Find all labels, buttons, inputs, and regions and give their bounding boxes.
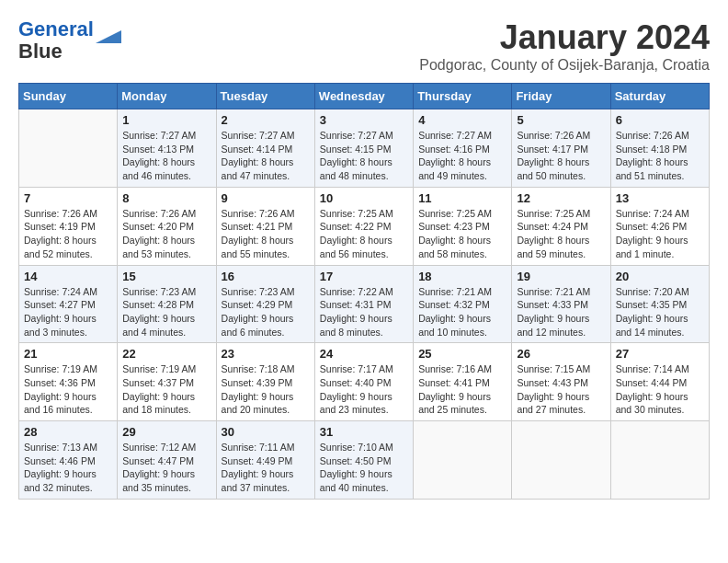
day-number: 30 <box>222 425 310 439</box>
logo: General Blue <box>18 18 121 63</box>
calendar-cell: 15Sunrise: 7:23 AMSunset: 4:28 PMDayligh… <box>118 265 216 343</box>
calendar-cell: 21Sunrise: 7:19 AMSunset: 4:36 PMDayligh… <box>19 343 118 421</box>
day-number: 13 <box>616 191 704 205</box>
day-info: Sunrise: 7:26 AMSunset: 4:19 PMDaylight:… <box>24 207 112 261</box>
calendar-cell: 4Sunrise: 7:27 AMSunset: 4:16 PMDaylight… <box>414 109 512 188</box>
day-info: Sunrise: 7:22 AMSunset: 4:31 PMDaylight:… <box>320 285 408 339</box>
day-info: Sunrise: 7:17 AMSunset: 4:40 PMDaylight:… <box>320 362 408 417</box>
day-info: Sunrise: 7:25 AMSunset: 4:24 PMDaylight:… <box>517 207 605 261</box>
day-info: Sunrise: 7:19 AMSunset: 4:36 PMDaylight:… <box>24 362 112 417</box>
day-info: Sunrise: 7:20 AMSunset: 4:35 PMDaylight:… <box>616 285 704 339</box>
day-number: 20 <box>616 270 704 283</box>
calendar-cell: 2Sunrise: 7:27 AMSunset: 4:14 PMDaylight… <box>216 109 314 188</box>
day-number: 26 <box>517 347 605 361</box>
calendar-cell: 13Sunrise: 7:24 AMSunset: 4:26 PMDayligh… <box>610 187 709 265</box>
day-of-week-header: Wednesday <box>314 84 413 109</box>
day-info: Sunrise: 7:24 AMSunset: 4:26 PMDaylight:… <box>616 207 704 261</box>
day-number: 3 <box>320 113 408 127</box>
calendar-cell: 3Sunrise: 7:27 AMSunset: 4:15 PMDaylight… <box>314 109 413 188</box>
day-info: Sunrise: 7:27 AMSunset: 4:16 PMDaylight:… <box>418 129 506 183</box>
logo-text: General Blue <box>18 18 94 63</box>
day-number: 19 <box>517 270 605 283</box>
day-info: Sunrise: 7:25 AMSunset: 4:22 PMDaylight:… <box>320 207 408 261</box>
day-info: Sunrise: 7:21 AMSunset: 4:33 PMDaylight:… <box>517 285 605 339</box>
calendar-cell: 20Sunrise: 7:20 AMSunset: 4:35 PMDayligh… <box>610 265 709 343</box>
day-number: 14 <box>24 270 112 283</box>
day-info: Sunrise: 7:21 AMSunset: 4:32 PMDaylight:… <box>418 285 506 339</box>
day-info: Sunrise: 7:23 AMSunset: 4:28 PMDaylight:… <box>122 285 210 339</box>
svg-marker-0 <box>96 30 121 43</box>
day-info: Sunrise: 7:25 AMSunset: 4:23 PMDaylight:… <box>418 207 506 261</box>
day-number: 7 <box>24 191 112 205</box>
day-info: Sunrise: 7:27 AMSunset: 4:14 PMDaylight:… <box>222 129 310 183</box>
day-number: 23 <box>222 347 310 361</box>
day-number: 9 <box>222 191 310 205</box>
day-number: 6 <box>616 113 704 127</box>
day-info: Sunrise: 7:10 AMSunset: 4:50 PMDaylight:… <box>320 441 408 495</box>
calendar-cell: 24Sunrise: 7:17 AMSunset: 4:40 PMDayligh… <box>314 343 413 421</box>
calendar-cell: 22Sunrise: 7:19 AMSunset: 4:37 PMDayligh… <box>118 343 216 421</box>
calendar-title: January 2024 <box>419 18 710 57</box>
day-info: Sunrise: 7:16 AMSunset: 4:41 PMDaylight:… <box>418 362 506 417</box>
day-number: 27 <box>616 347 704 361</box>
day-of-week-header: Tuesday <box>216 84 314 109</box>
day-info: Sunrise: 7:15 AMSunset: 4:43 PMDaylight:… <box>517 362 605 417</box>
day-number: 29 <box>122 425 210 439</box>
day-number: 4 <box>418 113 506 127</box>
calendar-table: SundayMondayTuesdayWednesdayThursdayFrid… <box>18 83 710 500</box>
day-number: 8 <box>122 191 210 205</box>
day-info: Sunrise: 7:26 AMSunset: 4:21 PMDaylight:… <box>222 207 310 261</box>
day-number: 22 <box>122 347 210 361</box>
day-info: Sunrise: 7:26 AMSunset: 4:18 PMDaylight:… <box>616 129 704 183</box>
calendar-header: SundayMondayTuesdayWednesdayThursdayFrid… <box>19 84 710 109</box>
calendar-cell: 11Sunrise: 7:25 AMSunset: 4:23 PMDayligh… <box>414 187 512 265</box>
calendar-cell: 7Sunrise: 7:26 AMSunset: 4:19 PMDaylight… <box>19 187 118 265</box>
day-number: 2 <box>222 113 310 127</box>
day-info: Sunrise: 7:11 AMSunset: 4:49 PMDaylight:… <box>222 441 310 495</box>
day-number: 1 <box>122 113 210 127</box>
calendar-cell: 26Sunrise: 7:15 AMSunset: 4:43 PMDayligh… <box>512 343 610 421</box>
calendar-cell: 28Sunrise: 7:13 AMSunset: 4:46 PMDayligh… <box>19 421 118 500</box>
day-of-week-header: Sunday <box>19 84 118 109</box>
day-number: 17 <box>320 270 408 283</box>
day-number: 10 <box>320 191 408 205</box>
calendar-cell: 10Sunrise: 7:25 AMSunset: 4:22 PMDayligh… <box>314 187 413 265</box>
calendar-cell <box>19 109 118 188</box>
calendar-cell: 14Sunrise: 7:24 AMSunset: 4:27 PMDayligh… <box>19 265 118 343</box>
calendar-cell <box>414 421 512 500</box>
day-number: 5 <box>517 113 605 127</box>
day-info: Sunrise: 7:13 AMSunset: 4:46 PMDaylight:… <box>24 441 112 495</box>
day-info: Sunrise: 7:27 AMSunset: 4:15 PMDaylight:… <box>320 129 408 183</box>
calendar-cell: 31Sunrise: 7:10 AMSunset: 4:50 PMDayligh… <box>314 421 413 500</box>
calendar-cell: 12Sunrise: 7:25 AMSunset: 4:24 PMDayligh… <box>512 187 610 265</box>
day-number: 25 <box>418 347 506 361</box>
day-info: Sunrise: 7:24 AMSunset: 4:27 PMDaylight:… <box>24 285 112 339</box>
calendar-cell <box>512 421 610 500</box>
day-number: 31 <box>320 425 408 439</box>
day-number: 24 <box>320 347 408 361</box>
day-number: 16 <box>222 270 310 283</box>
day-number: 28 <box>24 425 112 439</box>
title-block: January 2024 Podgorac, County of Osijek-… <box>419 18 710 74</box>
calendar-cell: 19Sunrise: 7:21 AMSunset: 4:33 PMDayligh… <box>512 265 610 343</box>
day-of-week-header: Saturday <box>610 84 709 109</box>
day-number: 15 <box>122 270 210 283</box>
day-info: Sunrise: 7:26 AMSunset: 4:17 PMDaylight:… <box>517 129 605 183</box>
day-info: Sunrise: 7:19 AMSunset: 4:37 PMDaylight:… <box>122 362 210 417</box>
calendar-cell: 9Sunrise: 7:26 AMSunset: 4:21 PMDaylight… <box>216 187 314 265</box>
calendar-cell: 30Sunrise: 7:11 AMSunset: 4:49 PMDayligh… <box>216 421 314 500</box>
calendar-cell: 5Sunrise: 7:26 AMSunset: 4:17 PMDaylight… <box>512 109 610 188</box>
calendar-cell: 8Sunrise: 7:26 AMSunset: 4:20 PMDaylight… <box>118 187 216 265</box>
calendar-cell: 25Sunrise: 7:16 AMSunset: 4:41 PMDayligh… <box>414 343 512 421</box>
day-info: Sunrise: 7:18 AMSunset: 4:39 PMDaylight:… <box>222 362 310 417</box>
calendar-cell: 23Sunrise: 7:18 AMSunset: 4:39 PMDayligh… <box>216 343 314 421</box>
day-of-week-header: Monday <box>118 84 216 109</box>
calendar-cell: 29Sunrise: 7:12 AMSunset: 4:47 PMDayligh… <box>118 421 216 500</box>
day-info: Sunrise: 7:14 AMSunset: 4:44 PMDaylight:… <box>616 362 704 417</box>
page-header: General Blue January 2024 Podgorac, Coun… <box>18 18 710 74</box>
day-info: Sunrise: 7:12 AMSunset: 4:47 PMDaylight:… <box>122 441 210 495</box>
day-info: Sunrise: 7:23 AMSunset: 4:29 PMDaylight:… <box>222 285 310 339</box>
calendar-cell: 16Sunrise: 7:23 AMSunset: 4:29 PMDayligh… <box>216 265 314 343</box>
calendar-cell: 27Sunrise: 7:14 AMSunset: 4:44 PMDayligh… <box>610 343 709 421</box>
day-info: Sunrise: 7:27 AMSunset: 4:13 PMDaylight:… <box>122 129 210 183</box>
